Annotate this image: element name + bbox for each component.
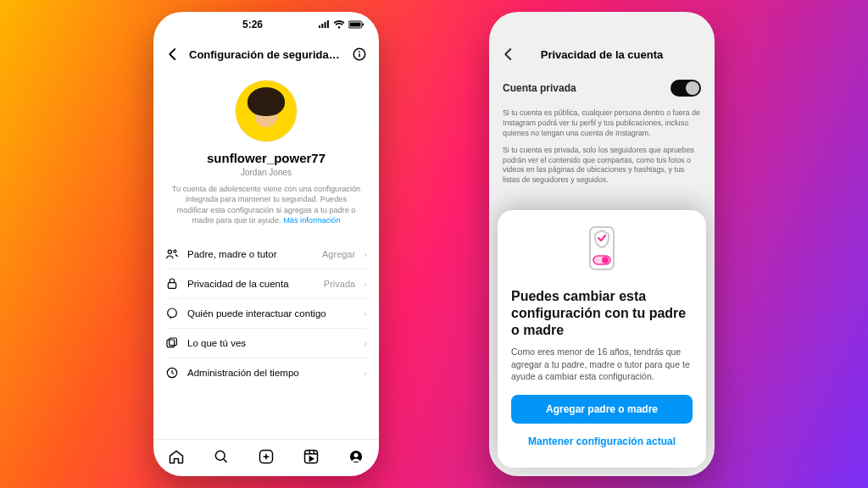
add-parent-button[interactable]: Agregar padre o madre xyxy=(511,395,693,424)
back-button[interactable] xyxy=(164,45,182,64)
svg-point-17 xyxy=(354,452,359,457)
svg-point-7 xyxy=(174,250,176,252)
menu-label: Lo que tú ves xyxy=(187,338,355,348)
reels-icon[interactable] xyxy=(303,448,320,465)
chevron-right-icon: › xyxy=(364,308,367,319)
menu-label: Administración del tiempo xyxy=(187,368,355,378)
sheet-body: Como eres menor de 16 años, tendrás que … xyxy=(511,346,693,383)
chevron-right-icon: › xyxy=(364,249,367,259)
toggle-switch-on[interactable] xyxy=(670,80,701,97)
avatar[interactable] xyxy=(235,80,298,142)
privacy-explainer-1: Si tu cuenta es pública, cualquier perso… xyxy=(489,105,715,142)
modal-sheet: Puedes cambiar esta configuración con tu… xyxy=(498,210,706,468)
learn-more-link[interactable]: Más información xyxy=(283,216,340,225)
sheet-title: Puedes cambiar esta configuración con tu… xyxy=(511,288,693,339)
chevron-right-icon: › xyxy=(364,279,367,289)
people-icon xyxy=(165,247,179,261)
menu-label: Quién puede interactuar contigo xyxy=(187,308,355,319)
status-icons xyxy=(318,20,365,29)
privacy-explainer-2: Si tu cuenta es privada, solo los seguid… xyxy=(489,142,715,190)
stage: 5:26 Configuración de seguridad... sunfl… xyxy=(0,0,868,488)
content-area: sunflower_power77 Jordan Jones Tu cuenta… xyxy=(153,71,379,439)
clock-icon xyxy=(165,366,179,380)
menu-item-content[interactable]: Lo que tú ves › xyxy=(165,329,367,358)
menu-label: Privacidad de la cuenta xyxy=(187,279,315,289)
status-bar: 5:26 xyxy=(153,12,379,37)
message-icon xyxy=(165,307,179,320)
chevron-right-icon: › xyxy=(364,368,367,378)
svg-point-13 xyxy=(215,451,225,460)
menu-label: Padre, madre o tutor xyxy=(187,249,314,259)
svg-rect-5 xyxy=(359,53,360,58)
toggle-label: Cuenta privada xyxy=(503,82,576,94)
header-bar: Configuración de seguridad... xyxy=(153,37,379,71)
battery-icon xyxy=(348,20,365,29)
menu-item-interactions[interactable]: Quién puede interactuar contigo › xyxy=(165,299,367,328)
info-button[interactable] xyxy=(350,45,369,64)
photos-icon xyxy=(165,336,179,350)
wifi-icon xyxy=(333,20,345,29)
account-blurb: Tu cuenta de adolescente viene con una c… xyxy=(170,184,362,226)
create-icon[interactable] xyxy=(258,448,275,465)
username: sunflower_power77 xyxy=(165,151,367,165)
svg-point-9 xyxy=(168,308,177,318)
menu-item-privacy[interactable]: Privacidad de la cuenta Privada › xyxy=(165,269,367,298)
search-icon[interactable] xyxy=(213,448,230,465)
home-icon[interactable] xyxy=(168,448,185,465)
phone-settings: 5:26 Configuración de seguridad... sunfl… xyxy=(153,12,379,476)
profile-icon[interactable] xyxy=(348,448,364,465)
svg-rect-11 xyxy=(170,338,177,346)
svg-rect-10 xyxy=(167,340,175,347)
sheet-illustration xyxy=(511,225,693,278)
page-title: Configuración de seguridad... xyxy=(189,48,343,61)
signal-icon xyxy=(318,20,330,29)
menu-item-time[interactable]: Administración del tiempo › xyxy=(165,358,367,387)
phone-privacy: Privacidad de la cuenta Cuenta privada S… xyxy=(489,12,715,476)
svg-rect-8 xyxy=(168,282,175,288)
svg-rect-2 xyxy=(363,24,364,26)
menu-item-parent[interactable]: Padre, madre o tutor Agregar › xyxy=(165,240,367,269)
svg-rect-1 xyxy=(350,23,361,27)
svg-point-20 xyxy=(602,257,609,263)
display-name: Jordan Jones xyxy=(165,168,367,177)
lock-icon xyxy=(165,277,179,291)
svg-point-4 xyxy=(359,51,360,53)
private-account-row[interactable]: Cuenta privada xyxy=(489,71,715,105)
bottom-nav xyxy=(153,439,379,476)
chevron-right-icon: › xyxy=(364,338,367,348)
status-time: 5:26 xyxy=(153,19,318,30)
menu-value: Privada xyxy=(324,279,355,289)
settings-menu: Padre, madre o tutor Agregar › Privacida… xyxy=(165,240,367,387)
svg-point-6 xyxy=(168,250,171,253)
svg-rect-15 xyxy=(305,450,318,463)
keep-settings-button[interactable]: Mantener configuración actual xyxy=(511,427,693,456)
menu-value: Agregar xyxy=(322,249,355,259)
